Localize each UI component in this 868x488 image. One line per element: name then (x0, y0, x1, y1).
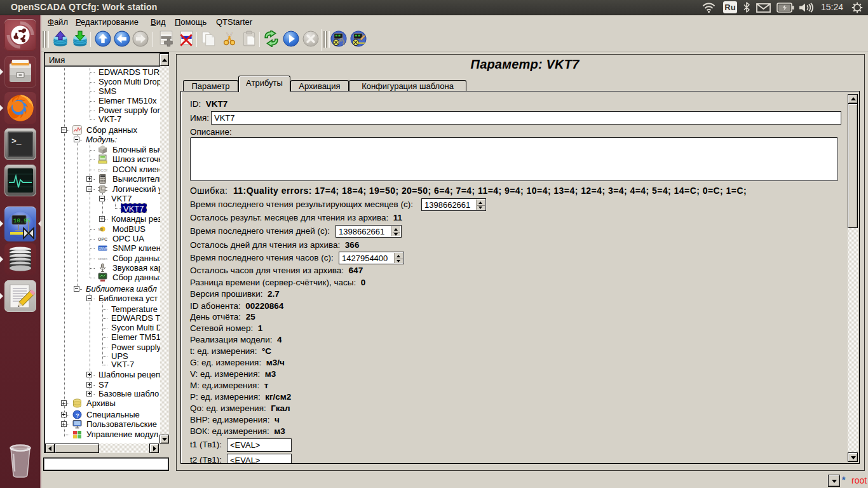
svg-text:DCON: DCON (98, 168, 107, 172)
svg-text:OPC: OPC (98, 237, 107, 241)
svg-text:SNMP: SNMP (99, 247, 108, 250)
svg-text:MB: MB (98, 228, 103, 231)
svg-text:10.95: 10.95 (13, 218, 31, 224)
svg-text:?: ? (76, 412, 79, 419)
svg-text:SIEMENS: SIEMENS (98, 257, 107, 261)
